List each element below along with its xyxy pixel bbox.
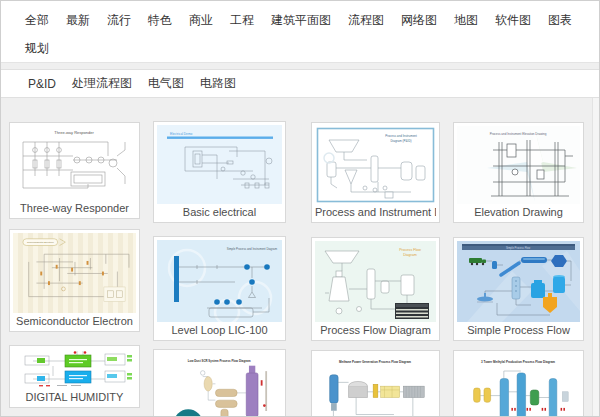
template-thumbnail: Process and Instrument Diagram (P&ID) [315, 126, 436, 204]
template-title: Level Loop LIC-100 [157, 322, 282, 337]
semiconductor-electron-preview: Semiconductor Electron [13, 233, 136, 313]
template-thumbnail: Low Dust SCR System Process Flow Diagram [157, 353, 282, 417]
process-flow-diagram-preview: Process Flow Diagram [315, 241, 436, 322]
template-card-basic-electrical[interactable]: Electrical Demo Basic electrical [153, 121, 286, 223]
subnav-tab-electrical[interactable]: 电气图 [148, 75, 184, 92]
template-thumbnail: Semiconductor Electron [13, 233, 136, 313]
template-card-elevation-drawing[interactable]: Process and Instrument Elevation Drawing… [453, 122, 584, 223]
svg-text:Semiconductor Electron: Semiconductor Electron [27, 241, 54, 244]
template-thumbnail: Process Flow Diagram [315, 241, 436, 322]
three-way-responder-preview: Three-way Responder [13, 126, 136, 200]
svg-text:Simple Process and Instrument: Simple Process and Instrument Diagram [227, 247, 278, 251]
template-card-three-way-responder[interactable]: Three-way Responder Three-way Responder [9, 122, 140, 219]
svg-text:Low Dust SCR System Process Fl: Low Dust SCR System Process Flow Diagram [188, 359, 251, 363]
template-title: DIGITAL HUMIDITY [13, 389, 136, 404]
svg-text:Diagram (P&ID): Diagram (P&ID) [390, 139, 411, 143]
template-thumbnail [13, 349, 136, 389]
template-title: Process and Instrument Diagram [315, 204, 436, 219]
template-card-low-dust-scr[interactable]: Low Dust SCR System Process Flow Diagram [153, 349, 286, 417]
category-nav-bar: 全部 最新 流行 特色 商业 工程 建筑平面图 流程图 网络图 地图 软件图 图… [1, 1, 599, 63]
template-thumbnail: Three-way Responder [13, 126, 136, 200]
template-title: Semiconductor Electron [13, 313, 136, 328]
template-card-3-tower-methylal[interactable]: 3 Tower Methylal Production Process Flow… [453, 350, 584, 417]
svg-text:3 Tower Methylal Production Pr: 3 Tower Methylal Production Process Flow… [481, 360, 555, 364]
template-gallery-page: 全部 最新 流行 特色 商业 工程 建筑平面图 流程图 网络图 地图 软件图 图… [0, 0, 600, 417]
svg-text:Electrical Demo: Electrical Demo [170, 132, 193, 136]
template-thumbnail: Methane Power Generation Process Flow Di… [315, 354, 436, 417]
template-thumbnail: Simple Process and Instrument Diagram [157, 240, 282, 322]
template-title: Basic electrical [157, 204, 282, 219]
nav-tab-chart[interactable]: 图表 [548, 12, 572, 29]
nav-tab-newest[interactable]: 最新 [66, 12, 90, 29]
template-thumbnail: Process and Instrument Elevation Drawing [457, 126, 580, 204]
nav-tab-software-diagram[interactable]: 软件图 [495, 12, 531, 29]
methane-power-preview: Methane Power Generation Process Flow Di… [315, 354, 436, 417]
low-dust-scr-preview: Low Dust SCR System Process Flow Diagram [157, 353, 282, 417]
svg-text:Process and Instrument Elevati: Process and Instrument Elevation Drawing [490, 132, 547, 136]
nav-tab-featured[interactable]: 特色 [148, 12, 172, 29]
template-title: Process Flow Diagram [315, 322, 436, 337]
svg-text:Three-way Responder: Three-way Responder [54, 130, 94, 135]
template-card-methane-power-generation[interactable]: Methane Power Generation Process Flow Di… [311, 350, 440, 417]
svg-text:Process and Instrument: Process and Instrument [385, 134, 417, 138]
template-thumbnail: Electrical Demo [157, 125, 282, 204]
template-thumbnail: Simple Process Flow [457, 241, 580, 322]
subcategory-nav-bar: P&ID 处理流程图 电气图 电路图 [1, 69, 599, 98]
nav-tab-flowchart[interactable]: 流程图 [348, 12, 384, 29]
template-card-process-flow-diagram[interactable]: Process Flow Diagram Proc [311, 237, 440, 341]
pid-preview: Process and Instrument Diagram (P&ID) [315, 126, 436, 204]
template-title: Three-way Responder [13, 200, 136, 215]
elevation-drawing-preview: Process and Instrument Elevation Drawing [457, 126, 580, 204]
nav-tab-business[interactable]: 商业 [189, 12, 213, 29]
subnav-tab-process-flow[interactable]: 处理流程图 [72, 75, 132, 92]
level-loop-preview: Simple Process and Instrument Diagram [157, 240, 282, 322]
nav-tab-map[interactable]: 地图 [454, 12, 478, 29]
nav-tab-all[interactable]: 全部 [25, 12, 49, 29]
svg-text:Simple Process Flow: Simple Process Flow [506, 246, 530, 250]
nav-tab-planning[interactable]: 规划 [25, 40, 49, 57]
template-thumbnail: 3 Tower Methylal Production Process Flow… [457, 354, 580, 417]
category-nav-row-1: 全部 最新 流行 特色 商业 工程 建筑平面图 流程图 网络图 地图 软件图 图… [1, 6, 599, 34]
subnav-tab-circuit[interactable]: 电路图 [200, 75, 236, 92]
template-card-process-instrument-diagram[interactable]: Process and Instrument Diagram (P&ID) P [311, 122, 440, 223]
nav-tab-network-diagram[interactable]: 网络图 [401, 12, 437, 29]
subnav-tab-pid[interactable]: P&ID [28, 77, 56, 91]
category-nav-row-2: 规划 [1, 34, 599, 62]
svg-text:Process Flow: Process Flow [399, 248, 421, 252]
template-card-digital-humidity[interactable]: DIGITAL HUMIDITY [9, 345, 140, 408]
svg-text:Methane Power Generation Proce: Methane Power Generation Process Flow Di… [339, 360, 411, 364]
template-title: Simple Process Flow [457, 322, 580, 337]
digital-humidity-preview [13, 349, 136, 389]
basic-electrical-preview: Electrical Demo [157, 125, 282, 204]
nav-tab-engineering[interactable]: 工程 [230, 12, 254, 29]
template-card-semiconductor-electron[interactable]: Semiconductor Electron Semiconductor Ele… [9, 229, 140, 332]
scrollbar[interactable] [592, 98, 599, 416]
template-title: Elevation Drawing [457, 204, 580, 219]
nav-tab-floor-plan[interactable]: 建筑平面图 [271, 12, 331, 29]
template-card-simple-process-flow[interactable]: Simple Process Flow [453, 237, 584, 341]
template-card-level-loop-lic-100[interactable]: Simple Process and Instrument Diagram Le… [153, 236, 286, 341]
nav-tab-popular[interactable]: 流行 [107, 12, 131, 29]
methylal-production-preview: 3 Tower Methylal Production Process Flow… [457, 354, 580, 417]
simple-process-flow-preview: Simple Process Flow [457, 241, 580, 322]
svg-text:Diagram: Diagram [403, 253, 417, 257]
